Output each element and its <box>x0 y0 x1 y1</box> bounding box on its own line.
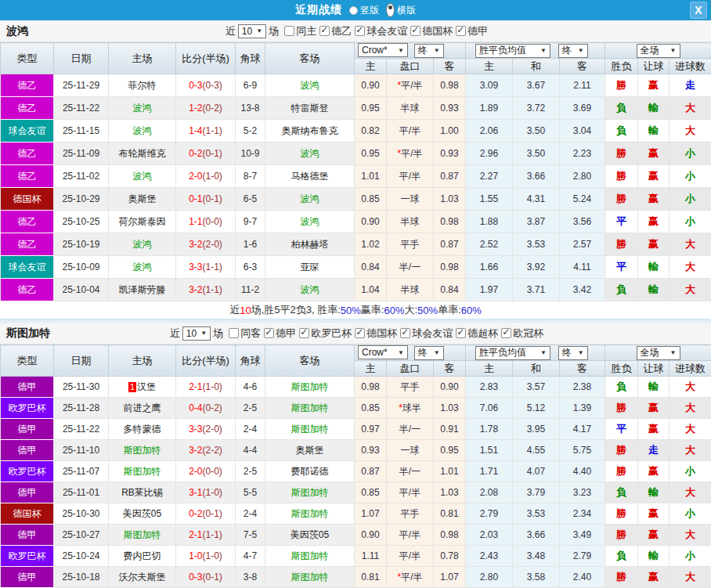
away-team-cell: 斯图加特 <box>265 567 355 588</box>
near-count-select[interactable]: 10▼ <box>238 24 266 38</box>
near-count-select[interactable]: 10▼ <box>182 326 211 341</box>
result-handicap-cell: 赢 <box>638 142 669 165</box>
halftime-score: (1-0) <box>203 171 222 182</box>
result-goals-cell: 小 <box>669 142 711 165</box>
final-select-1[interactable]: 终▼ <box>414 346 444 360</box>
odds-home-cell: 0.97 <box>355 419 387 440</box>
final-select-2[interactable]: 终▼ <box>558 346 588 360</box>
near-count-value: 10 <box>242 26 252 37</box>
layout-radio-horizontal-label[interactable]: 横版 <box>397 4 416 17</box>
final-select-1[interactable]: 终▼ <box>414 44 444 58</box>
league-checkbox-德甲[interactable] <box>456 26 466 36</box>
halftime-score: (1-1) <box>203 125 222 136</box>
home-team-name: RB莱比锡 <box>121 487 163 498</box>
league-checkbox-label: 德甲 <box>276 327 296 339</box>
handicap-cell: 平/半 <box>387 525 434 546</box>
same-venue-checkbox[interactable] <box>229 328 239 338</box>
league-checkbox-德乙[interactable] <box>319 26 330 36</box>
avg-home-cell: 1.78 <box>466 419 513 440</box>
fullmatch-select[interactable]: 全场▼ <box>637 44 680 58</box>
league-checkbox-德甲[interactable] <box>264 328 274 338</box>
team-section-斯图加特: 斯图加特 近 10▼ 场 同客 德甲欧罗巴杯德国杯球会友谊德超杯欧冠杯 类型 日… <box>0 323 711 588</box>
odds-away-cell: 0.90 <box>434 377 466 398</box>
league-checkbox-欧罗巴杯[interactable] <box>299 328 309 338</box>
date-cell: 25-10-09 <box>54 256 109 279</box>
home-team-name: 布轮斯维克 <box>119 148 166 159</box>
summary-text-part: 60% <box>384 305 404 316</box>
same-venue-checkbox[interactable] <box>284 26 294 36</box>
avg-away-cell: 5.24 <box>560 188 605 211</box>
away-team-name: 斯图加特 <box>291 381 329 392</box>
col-away: 客场 <box>265 345 355 377</box>
summary-text-part: 10 <box>240 305 251 316</box>
summary-text-part: 单率: <box>438 303 461 317</box>
bookmaker-select[interactable]: Crow*▼ <box>358 43 408 57</box>
avg-draw-cell: 3.57 <box>513 377 560 398</box>
subcol-让球: 让球 <box>638 361 669 377</box>
league-cell: 德国杯 <box>1 188 54 211</box>
avg-home-cell: 2.08 <box>466 482 513 503</box>
star-mark: * <box>397 572 401 583</box>
score-cell: 0-2(0-1) <box>176 142 236 165</box>
corner-cell: 1-6 <box>236 233 265 256</box>
final-select-2[interactable]: 终▼ <box>558 44 588 58</box>
date-cell: 25-10-19 <box>54 233 109 256</box>
result-goals-cell: 大 <box>669 482 711 503</box>
fulltime-score: 2-1 <box>189 381 202 392</box>
avg-away-cell: 3.69 <box>560 97 605 120</box>
layout-radio-vertical[interactable] <box>349 6 358 15</box>
home-team-cell: 菲尔特 <box>109 74 176 97</box>
away-team-name: 马格德堡 <box>291 171 329 182</box>
league-checkbox-德国杯[interactable] <box>410 26 420 36</box>
result-handicap-cell: 赢 <box>638 398 669 419</box>
score-cell: 1-2(0-2) <box>176 97 236 120</box>
fulltime-score: 1-4 <box>189 125 202 136</box>
avg-select[interactable]: 胜平负均值▼ <box>475 346 550 360</box>
subcol-进球数: 进球数 <box>669 59 711 74</box>
layout-radio-horizontal[interactable] <box>386 3 395 17</box>
league-checkbox-球会友谊[interactable] <box>355 26 365 36</box>
away-team-cell: 亚琛 <box>265 256 355 279</box>
away-team-name: 柏林赫塔 <box>291 239 329 250</box>
league-checkbox-德国杯[interactable] <box>355 328 365 338</box>
result-wdl-cell: 負 <box>605 482 638 503</box>
league-checkbox-欧冠杯[interactable] <box>501 328 511 338</box>
table-row: 德国杯25-10-29奥斯堡0-1(0-1)6-5波鸿0.85一球1.031.5… <box>1 188 711 211</box>
away-team-name: 斯图加特 <box>291 572 329 583</box>
league-cell: 德乙 <box>1 74 54 97</box>
result-handicap-cell: 輸 <box>638 120 669 142</box>
table-row: 德乙25-11-29菲尔特0-3(0-3)6-9波鸿0.90*平/半0.983.… <box>1 74 711 97</box>
league-cell: 欧罗巴杯 <box>1 461 54 482</box>
handicap-cell: 一球 <box>387 440 434 461</box>
corner-cell: 8-7 <box>236 165 265 188</box>
result-wdl-cell: 勝 <box>605 233 638 256</box>
bookmaker-select[interactable]: Crow*▼ <box>358 345 408 359</box>
subcol-胜负: 胜负 <box>605 59 638 74</box>
odds-away-cell: 1.00 <box>434 120 466 142</box>
avg-draw-cell: 5.12 <box>513 398 560 419</box>
league-checkbox-德超杯[interactable] <box>456 328 466 338</box>
chevron-down-icon: ▼ <box>540 349 547 356</box>
summary-text-part: 大: <box>404 303 417 317</box>
odds-away-cell: 0.78 <box>434 546 466 567</box>
table-row: 德乙25-11-09布轮斯维克0-2(0-1)10-9波鸿0.95*平/半0.9… <box>1 142 711 165</box>
corner-cell: 4-7 <box>236 546 265 567</box>
score-cell: 2-1(1-0) <box>176 377 236 398</box>
result-wdl-cell: 負 <box>605 279 638 301</box>
handicap-cell: 平手 <box>387 377 434 398</box>
close-icon[interactable]: X <box>690 2 707 19</box>
odds-away-cell: 0.98 <box>434 211 466 233</box>
league-checkbox-球会友谊[interactable] <box>400 328 410 338</box>
date-cell: 25-10-18 <box>54 567 109 588</box>
away-team-name: 波鸿 <box>301 284 319 295</box>
result-handicap-cell: 赢 <box>638 461 669 482</box>
col-score: 比分(半场) <box>176 345 236 377</box>
summary-row: 近10场,胜5平2负3, 胜率:50% 赢率:60% 大:50% 单率:60% <box>0 301 711 319</box>
corner-cell: 5-2 <box>236 120 265 142</box>
avg-select[interactable]: 胜平负均值▼ <box>475 44 550 58</box>
layout-radio-vertical-label[interactable]: 竖版 <box>360 4 379 17</box>
col-type: 类型 <box>1 43 54 74</box>
fullmatch-select[interactable]: 全场▼ <box>637 346 680 360</box>
fulltime-score: 1-1 <box>189 216 202 227</box>
star-mark: * <box>399 402 402 413</box>
